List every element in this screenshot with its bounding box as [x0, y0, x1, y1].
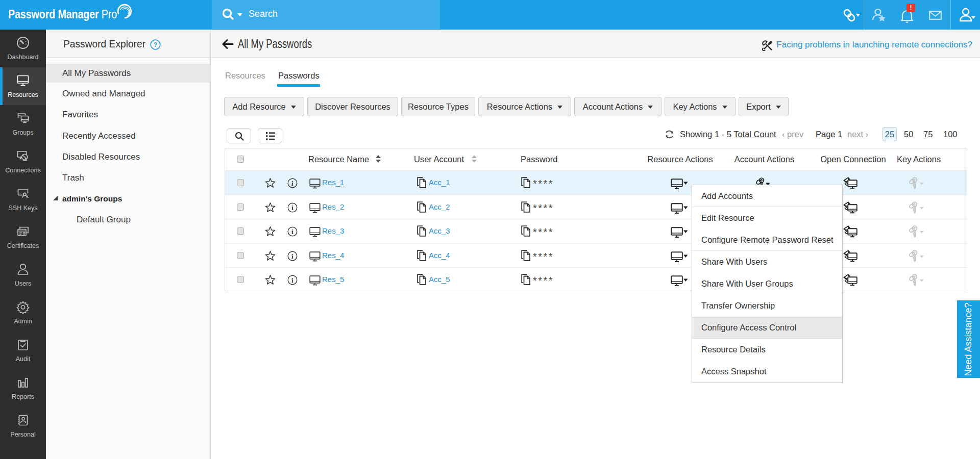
svg-text:i: i: [291, 252, 293, 260]
svg-text:i: i: [291, 228, 293, 236]
svg-text:i: i: [291, 180, 293, 187]
svg-text:i: i: [291, 204, 293, 212]
svg-text:?: ?: [154, 41, 157, 48]
svg-text:i: i: [291, 276, 293, 284]
